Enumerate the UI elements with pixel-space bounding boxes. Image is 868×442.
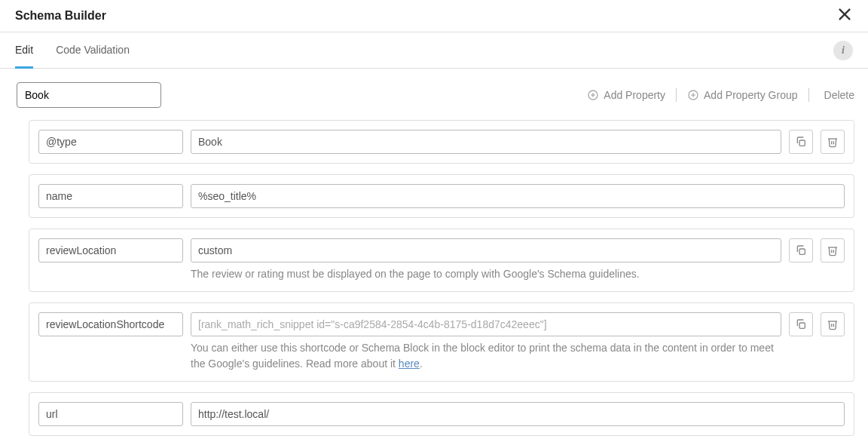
property-value-input[interactable]	[191, 184, 845, 208]
copy-button[interactable]	[789, 130, 813, 154]
add-property-button[interactable]: Add Property	[587, 89, 665, 101]
read-more-link[interactable]: here	[399, 358, 420, 370]
delete-button[interactable]: Delete	[820, 89, 854, 101]
add-property-group-button[interactable]: Add Property Group	[687, 89, 798, 101]
property-key-input[interactable]	[38, 312, 183, 336]
property-row	[29, 392, 854, 436]
trash-icon	[827, 318, 839, 330]
add-property-label: Add Property	[604, 89, 665, 101]
delete-row-button[interactable]	[821, 130, 845, 154]
delete-label: Delete	[824, 89, 854, 101]
tab-code-validation[interactable]: Code Validation	[56, 33, 130, 69]
close-icon[interactable]	[836, 6, 853, 26]
add-property-group-label: Add Property Group	[704, 89, 798, 101]
copy-button[interactable]	[789, 238, 813, 262]
help-text: You can either use this shortcode or Sch…	[38, 340, 845, 372]
property-key-input[interactable]	[38, 130, 183, 154]
separator	[676, 88, 677, 102]
property-row	[29, 174, 854, 218]
info-icon[interactable]: i	[833, 41, 853, 60]
copy-icon	[795, 244, 807, 256]
tab-edit[interactable]: Edit	[15, 33, 33, 69]
separator	[808, 88, 809, 102]
svg-rect-9	[799, 249, 805, 254]
property-value-input[interactable]	[191, 312, 781, 336]
property-key-input[interactable]	[38, 184, 183, 208]
schema-type-input[interactable]	[17, 82, 161, 108]
property-value-input[interactable]	[191, 130, 781, 154]
property-row: You can either use this shortcode or Sch…	[29, 302, 854, 382]
copy-icon	[795, 136, 807, 148]
trash-icon	[827, 136, 839, 148]
plus-circle-icon	[687, 89, 699, 101]
copy-icon	[795, 318, 807, 330]
copy-button[interactable]	[789, 312, 813, 336]
svg-rect-10	[799, 323, 805, 328]
property-key-input[interactable]	[38, 238, 183, 262]
svg-rect-8	[799, 140, 805, 146]
property-value-input[interactable]	[191, 238, 781, 262]
delete-row-button[interactable]	[821, 312, 845, 336]
property-row: The review or rating must be displayed o…	[29, 229, 854, 292]
property-row	[29, 120, 854, 164]
property-value-input[interactable]	[191, 402, 845, 426]
property-key-input[interactable]	[38, 402, 183, 426]
delete-row-button[interactable]	[821, 238, 845, 262]
plus-circle-icon	[587, 89, 599, 101]
page-title: Schema Builder	[15, 9, 106, 23]
trash-icon	[827, 244, 839, 256]
help-text: The review or rating must be displayed o…	[38, 266, 845, 282]
